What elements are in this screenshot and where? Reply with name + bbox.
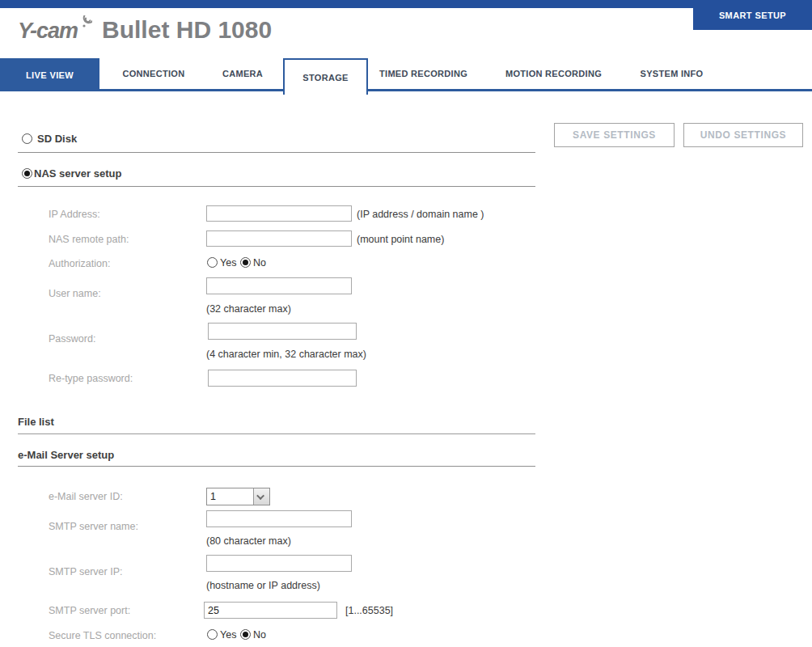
authorization-no-radio[interactable] bbox=[240, 257, 251, 268]
wifi-signal-icon bbox=[78, 15, 92, 28]
ip-address-input[interactable] bbox=[206, 205, 352, 222]
top-bar bbox=[0, 0, 812, 8]
ip-address-hint: (IP address / domain name ) bbox=[357, 209, 484, 220]
authorization-no-label: No bbox=[253, 257, 266, 269]
tab-storage[interactable]: STORAGE bbox=[283, 58, 368, 95]
smtp-server-ip-input[interactable] bbox=[206, 555, 352, 572]
email-server-id-value: 1 bbox=[207, 488, 253, 505]
undo-settings-button[interactable]: UNDO SETTINGS bbox=[683, 123, 803, 147]
email-server-setup-heading: e-Mail Server setup bbox=[18, 449, 114, 461]
save-settings-button[interactable]: SAVE SETTINGS bbox=[554, 123, 675, 147]
tab-storage-label: STORAGE bbox=[302, 73, 348, 82]
smtp-server-ip-hint: (hostname or IP address) bbox=[206, 580, 320, 591]
smtp-server-ip-label: SMTP server IP: bbox=[49, 566, 122, 577]
nas-remote-path-input[interactable] bbox=[206, 230, 352, 247]
section-divider bbox=[18, 433, 535, 434]
tab-motion-recording[interactable]: MOTION RECORDING bbox=[495, 58, 612, 89]
tab-system-info[interactable]: SYSTEM INFO bbox=[625, 58, 718, 89]
retype-password-input[interactable] bbox=[208, 370, 357, 387]
tab-camera[interactable]: CAMERA bbox=[206, 58, 279, 89]
authorization-yes-label: Yes bbox=[220, 257, 236, 269]
tab-connection[interactable]: CONNECTION bbox=[101, 58, 206, 89]
retype-password-label: Re-type password: bbox=[49, 373, 133, 384]
smtp-server-port-input[interactable] bbox=[204, 602, 337, 619]
smart-setup-button[interactable]: SMART SETUP bbox=[693, 0, 812, 30]
secure-tls-no-label: No bbox=[253, 629, 266, 641]
page-title: Bullet HD 1080 bbox=[102, 18, 272, 44]
secure-tls-no-radio[interactable] bbox=[240, 629, 251, 640]
ycam-logo-text: Y-cam bbox=[18, 19, 78, 43]
password-input[interactable] bbox=[208, 323, 357, 340]
section-divider bbox=[18, 186, 535, 187]
sd-disk-label: SD Disk bbox=[37, 133, 77, 145]
email-server-id-label: e-Mail server ID: bbox=[49, 491, 123, 502]
user-name-input[interactable] bbox=[206, 277, 352, 294]
ip-address-label: IP Address: bbox=[49, 209, 100, 220]
smtp-server-name-label: SMTP server name: bbox=[49, 521, 138, 532]
password-label: Password: bbox=[49, 333, 95, 345]
nas-remote-path-hint: (mount point name) bbox=[357, 234, 444, 245]
header-logo-row: Y-cam Bullet HD 1080 bbox=[18, 18, 272, 44]
smtp-server-port-hint: [1...65535] bbox=[345, 605, 393, 616]
storage-settings-page: SMART SETUP Y-cam Bullet HD 1080 LIVE VI… bbox=[0, 0, 812, 647]
secure-tls-yes-radio[interactable] bbox=[207, 629, 218, 640]
authorization-yes-radio[interactable] bbox=[207, 257, 218, 268]
authorization-label: Authorization: bbox=[49, 258, 110, 269]
tab-timed-recording[interactable]: TIMED RECORDING bbox=[365, 58, 482, 89]
sd-disk-radio[interactable] bbox=[22, 133, 32, 144]
secure-tls-yes-label: Yes bbox=[220, 629, 236, 641]
email-server-id-select[interactable]: 1 bbox=[206, 488, 270, 505]
tab-live-view[interactable]: LIVE VIEW bbox=[0, 58, 99, 91]
nas-server-label: NAS server setup bbox=[34, 167, 121, 180]
user-name-label: User name: bbox=[49, 288, 101, 299]
nas-remote-path-label: NAS remote path: bbox=[49, 234, 129, 245]
section-divider bbox=[18, 152, 535, 153]
user-name-hint: (32 character max) bbox=[206, 303, 291, 315]
tab-live-view-label: LIVE VIEW bbox=[26, 70, 74, 80]
ycam-logo: Y-cam bbox=[18, 19, 91, 44]
smtp-server-port-label: SMTP server port: bbox=[49, 605, 130, 616]
password-hint: (4 character min, 32 character max) bbox=[206, 349, 366, 360]
smtp-server-name-input[interactable] bbox=[206, 510, 352, 527]
tabbar-underline bbox=[0, 89, 812, 91]
smtp-server-name-hint: (80 character max) bbox=[206, 535, 291, 547]
secure-tls-label: Secure TLS connection: bbox=[49, 630, 156, 641]
chevron-down-icon bbox=[253, 488, 269, 505]
file-list-heading: File list bbox=[18, 416, 54, 428]
section-divider bbox=[18, 466, 535, 467]
nas-server-radio[interactable] bbox=[22, 168, 32, 179]
smart-setup-label: SMART SETUP bbox=[719, 11, 786, 20]
